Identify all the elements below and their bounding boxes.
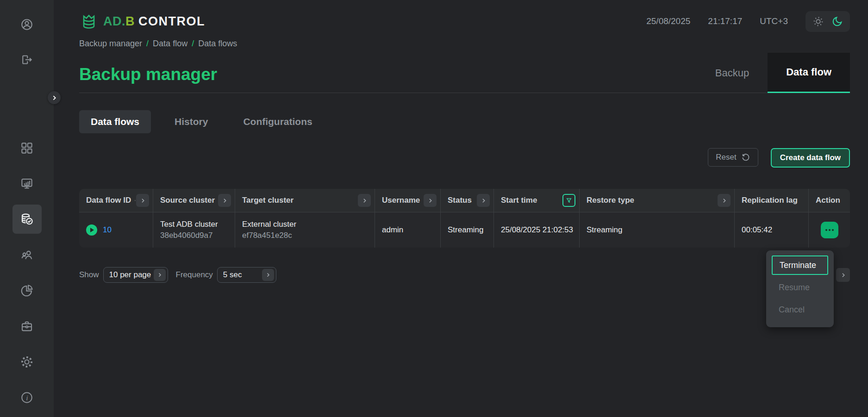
users-icon	[20, 248, 34, 262]
sidebar-item-settings[interactable]	[0, 344, 54, 380]
dark-theme-button[interactable]	[831, 16, 843, 27]
sidebar-item-info[interactable]: i	[0, 380, 54, 415]
reset-button[interactable]: Reset	[708, 148, 758, 167]
frequency-value: 5 sec	[223, 270, 242, 280]
breadcrumb-item-backup-manager[interactable]: Backup manager	[79, 39, 142, 49]
column-header-restore-type[interactable]: Restore type	[580, 189, 735, 212]
data-flow-id-link[interactable]: 10	[103, 225, 112, 235]
column-header-replication-lag: Replication lag	[735, 189, 809, 212]
brand-name-accent: B	[125, 14, 135, 29]
column-header-action: Action	[809, 189, 850, 212]
next-page-button[interactable]	[836, 268, 850, 282]
menu-item-label: Resume	[772, 283, 828, 293]
timezone: UTC+3	[760, 16, 788, 26]
cell-replication-lag: 00:05:42	[735, 212, 809, 248]
play-icon[interactable]	[86, 224, 97, 236]
subtab-configurations[interactable]: Configurations	[231, 110, 324, 133]
source-cluster-name: Test ADB cluster	[160, 219, 218, 230]
column-label: Start time	[501, 196, 537, 205]
frequency-label: Frequency	[176, 270, 213, 280]
main-content: AD.B CONTROL 25/08/2025 21:17:17 UTC+3	[54, 0, 868, 417]
sidebar-item-monitoring[interactable]	[0, 166, 54, 201]
tab-data-flow[interactable]: Data flow	[768, 53, 850, 93]
moon-icon	[831, 16, 843, 27]
create-data-flow-label: Create data flow	[780, 153, 841, 162]
svg-text:i: i	[26, 393, 28, 401]
column-label: Data flow ID	[86, 196, 131, 205]
menu-item-terminate[interactable]: Terminate	[766, 254, 834, 276]
column-header-username[interactable]: Username	[375, 189, 441, 212]
logout-icon[interactable]	[20, 53, 34, 67]
brand-stack-icon	[79, 12, 99, 31]
sidebar: i	[0, 0, 54, 417]
column-label: Source cluster	[160, 196, 215, 205]
cell-target-cluster: External cluster ef78a451e28c	[235, 212, 375, 248]
column-expand-button[interactable]	[358, 194, 371, 207]
sidebar-active-highlight[interactable]	[12, 205, 42, 234]
current-date: 25/08/2025	[646, 16, 690, 26]
sidebar-expand-button[interactable]	[48, 91, 61, 104]
brand-name-suffix: CONTROL	[138, 14, 205, 29]
chevron-right-icon	[427, 198, 433, 204]
ellipsis-icon	[825, 229, 827, 231]
column-expand-button[interactable]	[718, 194, 731, 207]
table-header-row: Data flow ID Source cluster Target clust…	[79, 189, 850, 212]
chevron-right-icon	[140, 198, 146, 204]
target-cluster-id: ef78a451e28c	[242, 230, 296, 241]
filter-icon	[566, 197, 572, 204]
breadcrumb-separator: /	[146, 39, 149, 49]
chevron-right-icon	[362, 198, 368, 204]
column-label: Action	[816, 196, 840, 205]
column-header-status[interactable]: Status	[441, 189, 494, 212]
column-header-start-time[interactable]: Start time	[494, 189, 580, 212]
cell-action	[809, 212, 850, 248]
sidebar-item-backup-manager[interactable]	[0, 201, 54, 237]
clock-block: 25/08/2025 21:17:17 UTC+3	[646, 11, 850, 32]
breadcrumb-item-data-flows[interactable]: Data flows	[198, 39, 237, 49]
column-header-data-flow-id[interactable]: Data flow ID	[79, 189, 153, 212]
user-account-icon[interactable]	[20, 18, 34, 31]
current-time: 21:17:17	[708, 16, 742, 26]
source-cluster-id: 38eb4060d9a7	[160, 230, 218, 241]
brand-name-primary: AD.	[103, 14, 125, 29]
menu-item-cancel[interactable]: Cancel	[766, 299, 834, 321]
subtab-history[interactable]: History	[163, 110, 219, 133]
row-actions-button[interactable]	[821, 222, 838, 238]
column-header-source-cluster[interactable]: Source cluster	[153, 189, 235, 212]
column-label: Target cluster	[242, 196, 293, 205]
column-expand-button[interactable]	[136, 194, 149, 207]
filter-button[interactable]	[562, 194, 575, 207]
menu-item-label: Terminate	[772, 255, 828, 275]
column-expand-button[interactable]	[477, 194, 490, 207]
page-title: Backup manager	[79, 65, 217, 93]
chevron-right-icon	[157, 272, 162, 278]
column-expand-button[interactable]	[424, 194, 437, 207]
breadcrumb-item-data-flow[interactable]: Data flow	[153, 39, 187, 49]
select-expand-button[interactable]	[154, 269, 166, 281]
app-logo[interactable]: AD.B CONTROL	[79, 12, 205, 31]
frequency-select[interactable]: 5 sec	[217, 267, 276, 283]
sidebar-item-dashboard[interactable]	[0, 130, 54, 166]
column-header-target-cluster[interactable]: Target cluster	[235, 189, 375, 212]
sidebar-item-reports[interactable]	[0, 273, 54, 308]
column-expand-button[interactable]	[218, 194, 231, 207]
create-data-flow-button[interactable]: Create data flow	[771, 148, 850, 168]
breadcrumb: Backup manager / Data flow / Data flows	[79, 39, 850, 49]
page-size-select[interactable]: 10 per page	[103, 267, 168, 283]
menu-item-resume[interactable]: Resume	[766, 276, 834, 299]
chevron-right-icon	[481, 198, 487, 204]
tab-backup[interactable]: Backup	[697, 53, 768, 93]
briefcase-icon	[20, 319, 34, 333]
light-theme-button[interactable]	[812, 16, 824, 27]
subtab-data-flows[interactable]: Data flows	[79, 110, 151, 133]
cell-source-cluster: Test ADB cluster 38eb4060d9a7	[153, 212, 235, 248]
dashboard-grid-icon	[20, 141, 34, 155]
sidebar-item-jobs[interactable]	[0, 308, 54, 344]
select-expand-button[interactable]	[262, 269, 274, 281]
sidebar-nav: i	[0, 130, 54, 415]
chevron-right-icon	[222, 198, 228, 204]
chevron-right-icon	[51, 95, 57, 101]
page-size-value: 10 per page	[109, 270, 151, 280]
cell-restore-type: Streaming	[580, 212, 735, 248]
sidebar-item-users[interactable]	[0, 237, 54, 273]
